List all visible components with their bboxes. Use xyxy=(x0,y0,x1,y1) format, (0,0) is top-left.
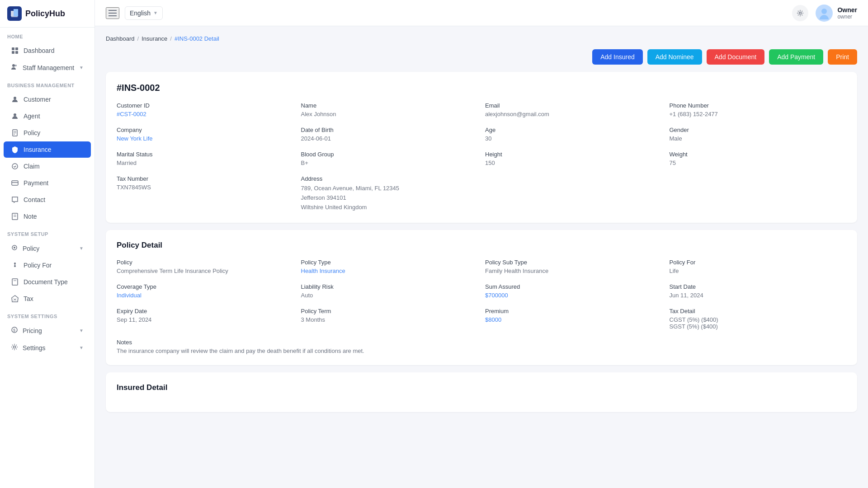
policy-for-icon xyxy=(11,261,19,269)
svg-point-8 xyxy=(14,97,16,99)
sidebar: PolicyHub Home Dashboard Staff Managemen… xyxy=(0,0,95,488)
main-content: English ▼ Owner owner Dashboard / xyxy=(95,0,868,488)
logo: PolicyHub xyxy=(0,0,94,28)
system-settings-label: System Settings xyxy=(0,307,94,322)
field-customer-id: Customer ID #CST-0002 xyxy=(117,102,294,117)
avatar xyxy=(816,5,833,22)
page-content: Dashboard / Insurance / #INS-0002 Detail… xyxy=(95,26,868,488)
field-company: Company New York Life xyxy=(117,127,294,142)
sidebar-item-insurance[interactable]: Insurance xyxy=(4,141,91,158)
field-address: Address 789, Ocean Avenue, Miami, FL 123… xyxy=(301,175,847,212)
sidebar-item-agent[interactable]: Agent xyxy=(4,108,91,124)
field-coverage: Coverage Type Individual xyxy=(117,283,294,299)
sidebar-item-contact[interactable]: Contact xyxy=(4,192,91,208)
menu-toggle-button[interactable] xyxy=(106,7,119,19)
svg-rect-25 xyxy=(12,279,18,285)
sidebar-item-policy-for[interactable]: Policy For xyxy=(4,257,91,273)
sidebar-section-system-setup: System Setup Policy ▼ Policy For Documen… xyxy=(0,225,94,307)
field-policy-sub-type: Policy Sub Type Family Health Insurance xyxy=(485,259,662,274)
sidebar-section-business: Business Management Customer Agent Polic… xyxy=(0,76,94,225)
add-insured-button[interactable]: Add Insured xyxy=(592,49,643,65)
pricing-icon: $ xyxy=(11,326,18,335)
sidebar-item-note[interactable]: Note xyxy=(4,208,91,225)
field-tax-number: Tax Number TXN7845WS xyxy=(117,175,294,212)
svg-rect-1 xyxy=(11,16,18,17)
business-section-label: Business Management xyxy=(0,76,94,91)
sidebar-item-tax[interactable]: Tax xyxy=(4,291,91,307)
chevron-icon: ▼ xyxy=(79,328,84,333)
sidebar-section-home: Home Dashboard Staff Management ▼ xyxy=(0,28,94,76)
policy-detail-card: Policy Detail Policy Comprehensive Term … xyxy=(106,230,857,365)
field-liability: Liability Risk Auto xyxy=(301,283,478,299)
sidebar-item-customer[interactable]: Customer xyxy=(4,91,91,108)
insurance-detail-card: #INS-0002 Customer ID #CST-0002 Name Ale… xyxy=(106,72,857,223)
field-expiry: Expiry Date Sep 11, 2024 xyxy=(117,308,294,330)
print-button[interactable]: Print xyxy=(828,49,857,65)
address-line2: Jefferson 394101 xyxy=(301,193,847,203)
tax-icon xyxy=(11,295,19,303)
insured-section-title: Insured Detail xyxy=(117,383,846,392)
add-nominee-button[interactable]: Add Nominee xyxy=(647,49,702,65)
svg-rect-2 xyxy=(12,47,14,50)
header: English ▼ Owner owner xyxy=(95,0,868,26)
field-dob: Date of Birth 2024-06-01 xyxy=(301,127,478,142)
chevron-icon: ▼ xyxy=(79,345,84,350)
home-section-label: Home xyxy=(0,28,94,42)
svg-point-9 xyxy=(14,113,16,116)
field-gender: Gender Male xyxy=(670,127,847,142)
settings-icon xyxy=(11,343,18,352)
payment-icon xyxy=(11,179,19,187)
field-height: Height 150 xyxy=(485,151,662,166)
field-notes: Notes The insurance company will review … xyxy=(117,339,846,354)
sidebar-item-pricing[interactable]: $ Pricing ▼ xyxy=(4,322,91,339)
breadcrumb-insurance[interactable]: Insurance xyxy=(142,35,167,42)
field-email: Email alexjohnson@gmail.com xyxy=(485,102,662,117)
breadcrumb-dashboard[interactable]: Dashboard xyxy=(106,35,135,42)
svg-point-14 xyxy=(12,164,18,169)
chevron-icon: ▼ xyxy=(79,246,84,251)
breadcrumb: Dashboard / Insurance / #INS-0002 Detail xyxy=(106,35,857,42)
tax-sgst: SGST (5%) ($400) xyxy=(670,323,847,330)
field-age: Age 30 xyxy=(485,127,662,142)
field-marital: Marital Status Married xyxy=(117,151,294,166)
field-policy-type: Policy Type Health Insurance xyxy=(301,259,478,274)
sidebar-item-payment[interactable]: Payment xyxy=(4,175,91,191)
policy-section-title: Policy Detail xyxy=(117,241,846,250)
sidebar-item-settings[interactable]: Settings ▼ xyxy=(4,339,91,356)
add-payment-button[interactable]: Add Payment xyxy=(769,49,823,65)
user-role: owner xyxy=(837,14,857,20)
policy-setup-icon xyxy=(11,244,18,253)
lang-chevron-icon: ▼ xyxy=(153,10,158,15)
settings-gear-button[interactable] xyxy=(792,5,808,21)
svg-point-6 xyxy=(12,64,15,67)
document-type-icon xyxy=(11,278,19,286)
logo-icon xyxy=(7,6,22,21)
sidebar-item-dashboard[interactable]: Dashboard xyxy=(4,42,91,59)
address-line3: Wiltshire United Kingdom xyxy=(301,203,847,212)
add-document-button[interactable]: Add Document xyxy=(707,49,765,65)
insured-detail-card: Insured Detail xyxy=(106,372,857,412)
staff-icon xyxy=(11,63,18,72)
sidebar-item-staff-management[interactable]: Staff Management ▼ xyxy=(4,59,91,76)
dashboard-icon xyxy=(11,47,19,55)
field-tax-detail: Tax Detail CGST (5%) ($400) SGST (5%) ($… xyxy=(670,308,847,330)
sidebar-item-document-type[interactable]: Document Type xyxy=(4,274,91,290)
chevron-icon: ▼ xyxy=(79,65,84,70)
customer-fields: Customer ID #CST-0002 Name Alex Johnson … xyxy=(117,102,846,212)
policy-fields: Policy Comprehensive Term Life Insurance… xyxy=(117,259,846,354)
sidebar-item-claim[interactable]: Claim xyxy=(4,158,91,174)
field-name: Name Alex Johnson xyxy=(301,102,478,117)
svg-point-32 xyxy=(799,12,802,14)
insurance-icon xyxy=(11,145,19,154)
sidebar-item-policy[interactable]: Policy xyxy=(4,125,91,141)
sidebar-item-policy-setup[interactable]: Policy ▼ xyxy=(4,240,91,257)
field-policy-for: Policy For Life xyxy=(670,259,847,274)
language-selector[interactable]: English ▼ xyxy=(125,6,163,20)
svg-point-23 xyxy=(14,265,16,267)
svg-point-31 xyxy=(14,346,16,348)
svg-point-21 xyxy=(14,247,15,249)
contact-icon xyxy=(11,196,19,204)
action-bar: Add Insured Add Nominee Add Document Add… xyxy=(106,49,857,65)
svg-point-7 xyxy=(15,65,17,66)
field-policy-term: Policy Term 3 Months xyxy=(301,308,478,330)
